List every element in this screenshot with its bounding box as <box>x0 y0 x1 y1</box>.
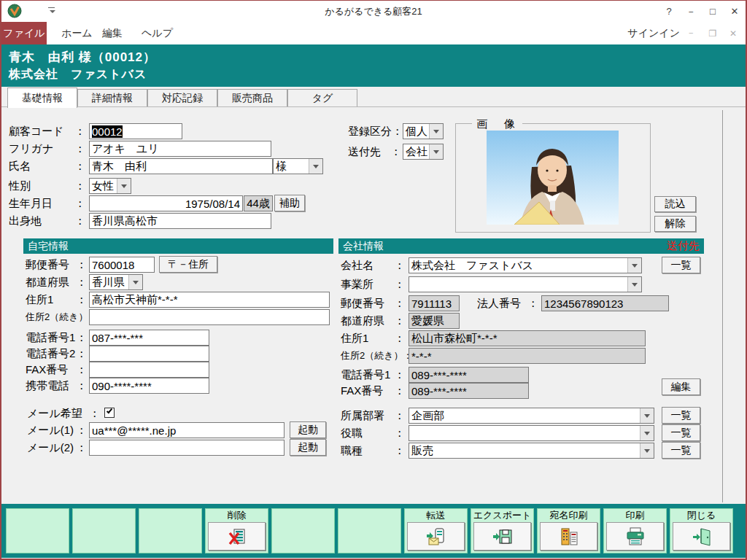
department-list-button[interactable]: 一覧 <box>662 407 700 424</box>
ribbon-close-icon[interactable]: ✕ <box>724 22 743 44</box>
company-pref-field: 愛媛県 <box>409 313 460 329</box>
ribbon-restore-icon[interactable]: ❐ <box>703 22 722 44</box>
corp-number-field: 1234567890123 <box>541 295 669 311</box>
birthdate-field[interactable] <box>89 195 243 211</box>
jobtype-list-button[interactable]: 一覧 <box>662 442 700 459</box>
sendto-label: 送付先： <box>348 144 401 160</box>
company-name-label: 会社名： <box>341 257 405 273</box>
chevron-down-icon[interactable] <box>128 275 142 289</box>
chevron-down-icon[interactable] <box>429 124 443 139</box>
chevron-down-icon[interactable] <box>117 179 131 193</box>
address-print-button[interactable] <box>540 522 597 551</box>
regist-type-label: 登録区分： <box>348 123 401 139</box>
home-addr2-field[interactable] <box>89 309 330 325</box>
home-mobile-field[interactable] <box>89 378 209 394</box>
name-label: 氏名： <box>9 158 85 174</box>
tab-detail-info[interactable]: 詳細情報 <box>77 89 147 107</box>
delete-button-label: 削除 <box>206 509 268 521</box>
signin-button[interactable]: サインイン <box>627 22 680 44</box>
mail1-launch-button[interactable]: 起動 <box>290 421 326 438</box>
company-edit-button[interactable]: 編集 <box>662 378 700 395</box>
mail2-field[interactable] <box>89 440 285 456</box>
transfer-button[interactable] <box>407 522 465 551</box>
mail1-field[interactable] <box>89 422 285 438</box>
customer-code-field[interactable]: 00012 <box>89 123 182 139</box>
company-name-combo[interactable]: 株式会社 ファストバス <box>409 257 642 273</box>
home-tel1-field[interactable] <box>89 330 209 346</box>
mail2-launch-button[interactable]: 起動 <box>290 439 326 456</box>
company-office-label: 事業所： <box>341 276 405 292</box>
company-list-button[interactable]: 一覧 <box>662 257 700 273</box>
tab-basic-info[interactable]: 基礎情報 <box>7 88 77 108</box>
menu-file[interactable]: ファイル <box>1 22 47 44</box>
tab-divider <box>1 106 746 107</box>
birthdate-assist-button[interactable]: 補助 <box>274 195 305 211</box>
role-list-button[interactable]: 一覧 <box>662 424 700 441</box>
ribbon-minimize-icon[interactable]: － <box>681 22 700 44</box>
menu-edit[interactable]: 編集 <box>95 22 130 44</box>
delete-button[interactable] <box>208 522 266 551</box>
maximize-button[interactable]: □ <box>702 1 724 22</box>
company-addr2-label: 住所2（続き）： <box>341 348 405 364</box>
home-fax-field[interactable] <box>89 362 209 378</box>
image-load-button[interactable]: 読込 <box>654 196 696 212</box>
chevron-down-icon[interactable] <box>429 144 443 159</box>
tab-bar: 基礎情報 詳細情報 対応記録 販売商品 タグ <box>1 87 746 107</box>
chevron-down-icon[interactable] <box>640 426 654 440</box>
toolbar-empty-cell <box>271 508 335 553</box>
tab-tags[interactable]: タグ <box>287 89 357 107</box>
help-button[interactable]: ? <box>658 1 680 22</box>
company-addr1-label: 住所1： <box>341 330 405 346</box>
furigana-field[interactable] <box>89 141 271 157</box>
company-addr1-field: 松山市森松町*-*-* <box>409 330 646 346</box>
minimize-button[interactable]: － <box>680 1 702 22</box>
jobtype-combo[interactable]: 販売 <box>409 443 654 459</box>
role-combo[interactable] <box>409 425 654 441</box>
image-group-title: 画 像 <box>472 117 522 131</box>
sendto-combo[interactable]: 会社 <box>403 144 444 160</box>
close-form-button[interactable] <box>673 522 730 551</box>
chevron-down-icon[interactable] <box>309 159 322 174</box>
birthplace-field[interactable] <box>89 213 271 229</box>
company-office-combo[interactable] <box>409 276 642 292</box>
home-addr1-field[interactable] <box>89 292 330 308</box>
home-fax-label: FAX番号： <box>26 362 87 378</box>
close-button[interactable]: ✕ <box>724 1 746 22</box>
chevron-down-icon[interactable] <box>627 258 641 273</box>
mail1-label: メール(1)： <box>27 422 87 438</box>
home-tel2-field[interactable] <box>89 346 209 362</box>
home-pref-label: 都道府県： <box>26 274 87 290</box>
honorific-combo[interactable]: 様 <box>273 158 323 174</box>
export-floppy-icon <box>492 526 513 547</box>
title-bar: かるがるできる顧客21 ? － □ ✕ <box>1 1 746 22</box>
corp-number-label: 法人番号： <box>477 295 538 311</box>
mail-optin-checkbox[interactable] <box>104 408 115 418</box>
delete-record-icon <box>227 526 247 547</box>
toolbar-close-cell: 閉じる <box>670 508 733 553</box>
department-combo[interactable]: 企画部 <box>409 408 654 424</box>
tab-sales-items[interactable]: 販売商品 <box>217 89 287 107</box>
gender-label: 性別： <box>9 178 85 194</box>
tab-contact-log[interactable]: 対応記録 <box>147 89 217 107</box>
toolbar-empty-cell <box>72 508 136 553</box>
sendto-badge: 送付先 <box>667 239 700 253</box>
export-button-label: エクスポート <box>471 509 533 521</box>
toolbar-delete-cell: 削除 <box>205 508 268 553</box>
menu-help[interactable]: ヘルプ <box>134 22 180 44</box>
home-pref-combo[interactable]: 香川県 <box>89 274 143 290</box>
chevron-down-icon[interactable] <box>640 443 654 458</box>
home-zip-field[interactable] <box>89 257 155 273</box>
company-tel1-label: 電話番号1： <box>341 367 405 383</box>
zip-to-address-button[interactable]: 〒－住所 <box>159 256 217 273</box>
image-clear-button[interactable]: 解除 <box>654 216 696 232</box>
menu-home[interactable]: ホーム <box>54 22 100 44</box>
chevron-down-icon[interactable] <box>640 408 654 423</box>
export-button[interactable] <box>473 522 531 551</box>
regist-type-combo[interactable]: 個人 <box>403 123 444 139</box>
gender-combo[interactable]: 女性 <box>89 178 131 194</box>
name-field[interactable] <box>89 158 273 174</box>
printer-icon <box>625 526 646 547</box>
print-button[interactable] <box>606 522 664 551</box>
chevron-down-icon[interactable] <box>627 277 641 292</box>
company-fax-label: FAX番号： <box>341 383 405 399</box>
